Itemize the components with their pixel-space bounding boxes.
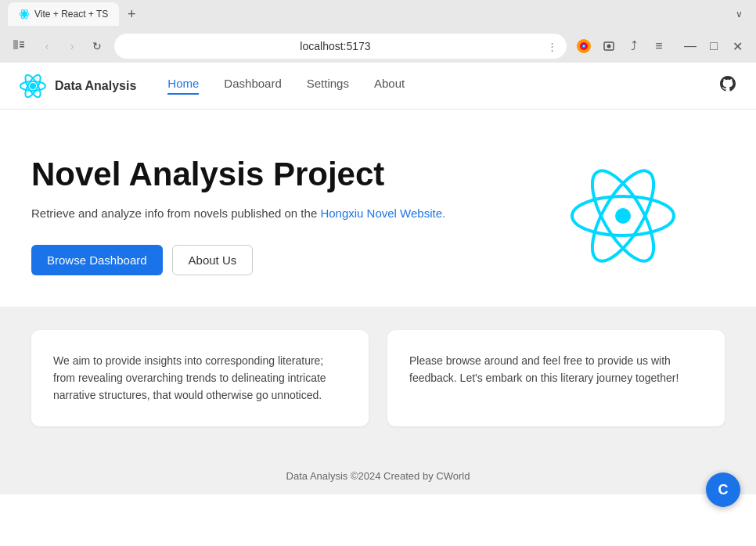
nav-link-settings[interactable]: Settings: [307, 77, 349, 95]
hero-content: Novel Analysis Project Retrieve and anal…: [31, 156, 445, 275]
app-logo: Data Analysis: [19, 72, 136, 100]
fab-label: C: [718, 482, 729, 498]
card-1: Please browse around and feel free to pr…: [387, 330, 725, 426]
forward-button[interactable]: ›: [61, 35, 83, 57]
address-bar[interactable]: localhost:5173 ⋮: [114, 34, 567, 59]
svg-point-11: [583, 45, 585, 47]
new-tab-button[interactable]: +: [122, 5, 141, 23]
sidebar-icon: [13, 38, 25, 54]
minimize-button[interactable]: —: [679, 35, 701, 57]
app-navbar: Data Analysis Home Dashboard Settings Ab…: [0, 63, 756, 110]
svg-rect-6: [20, 44, 24, 45]
close-button[interactable]: ✕: [726, 35, 748, 57]
github-icon: [718, 74, 737, 93]
github-link[interactable]: [718, 74, 737, 97]
screenshot-icon: [603, 40, 615, 52]
menu-button[interactable]: ≡: [648, 35, 670, 57]
svg-point-0: [23, 13, 26, 16]
svg-rect-4: [13, 40, 18, 49]
card-0: We aim to provide insights into correspo…: [31, 330, 369, 426]
hero-buttons: Browse Dashboard About Us: [31, 245, 445, 275]
fab-button[interactable]: C: [706, 472, 740, 507]
svg-point-14: [30, 83, 36, 89]
footer-text: Data Analysis ©2024 Created by CWorld: [286, 470, 470, 482]
hero-title: Novel Analysis Project: [31, 156, 445, 192]
svg-point-21: [615, 208, 631, 224]
chevron-down-icon: ∨: [736, 9, 743, 20]
menu-dots-icon: ⋮: [547, 41, 557, 52]
nav-buttons: ‹ › ↻: [36, 35, 108, 57]
react-logo-hero: [568, 161, 725, 271]
card-1-text: Please browse around and feel free to pr…: [409, 352, 703, 387]
tab-expand-button[interactable]: ∨: [729, 5, 748, 23]
cards-section: We aim to provide insights into correspo…: [0, 307, 756, 458]
footer: Data Analysis ©2024 Created by CWorld: [0, 458, 756, 494]
firefox-icon: [576, 38, 592, 54]
hero-description-link[interactable]: Hongxiu Novel Website.: [320, 207, 445, 220]
restore-button[interactable]: □: [703, 35, 725, 57]
url-text: localhost:5173: [124, 40, 547, 52]
browser-actions: ⤴ ≡: [573, 35, 670, 57]
page-content: Data Analysis Home Dashboard Settings Ab…: [0, 63, 756, 546]
react-logo-icon: [19, 72, 47, 100]
reload-button[interactable]: ↻: [86, 35, 108, 57]
back-button[interactable]: ‹: [36, 35, 58, 57]
browser-window: Vite + React + TS + ∨ ‹ › ↻ localhost:5: [0, 0, 756, 546]
sidebar-toggle-button[interactable]: [8, 35, 30, 57]
browser-toolbar: ‹ › ↻ localhost:5173 ⋮: [0, 28, 756, 63]
react-logo-large-icon: [568, 161, 678, 271]
share-button[interactable]: ⤴: [623, 35, 645, 57]
browse-dashboard-button[interactable]: Browse Dashboard: [31, 245, 163, 275]
svg-point-13: [607, 45, 611, 48]
nav-link-home[interactable]: Home: [167, 77, 199, 95]
nav-link-about[interactable]: About: [374, 77, 405, 95]
about-us-button[interactable]: About Us: [172, 245, 254, 275]
nav-link-dashboard[interactable]: Dashboard: [224, 77, 281, 95]
svg-rect-5: [20, 41, 24, 43]
hero-description-text: Retrieve and analyze info from novels pu…: [31, 207, 320, 220]
firefox-icon-button[interactable]: [573, 35, 595, 57]
nav-links: Home Dashboard Settings About: [167, 77, 718, 95]
hero-section: Novel Analysis Project Retrieve and anal…: [0, 110, 756, 307]
hero-description: Retrieve and analyze info from novels pu…: [31, 205, 445, 223]
window-controls: — □ ✕: [679, 35, 748, 57]
screenshot-button[interactable]: [598, 35, 620, 57]
tab-favicon: [19, 9, 30, 20]
app-name: Data Analysis: [55, 79, 136, 93]
svg-rect-7: [20, 46, 24, 48]
tab-label: Vite + React + TS: [34, 9, 108, 20]
tabs-bar: Vite + React + TS + ∨: [0, 0, 756, 28]
active-tab[interactable]: Vite + React + TS: [8, 2, 119, 26]
card-0-text: We aim to provide insights into correspo…: [53, 352, 347, 404]
